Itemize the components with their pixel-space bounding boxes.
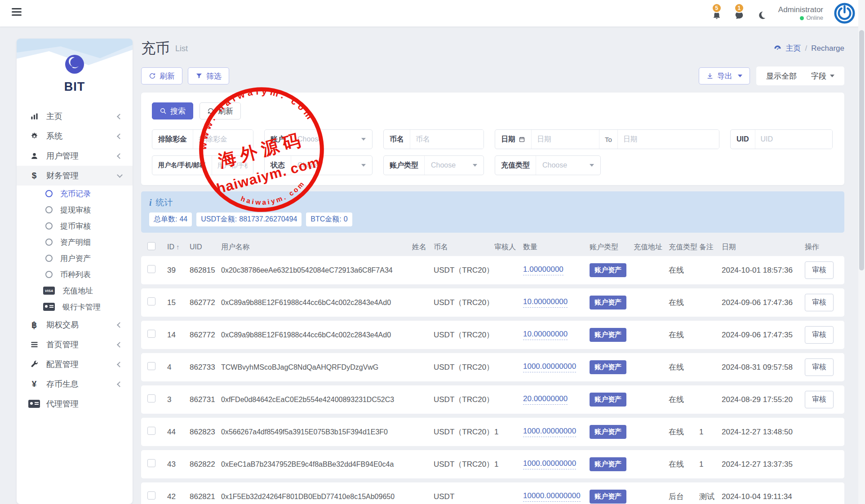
recharge-type-select[interactable]: Choose [536,156,600,175]
row-checkbox[interactable] [147,459,155,467]
cell-recharge-type: 在线 [669,427,699,437]
cell-coin: USDT（TRC20） [434,330,494,340]
row-checkbox[interactable] [147,427,155,435]
table-row: 3 862731 0xfFDe0d84642cEaC0E2b554e424008… [141,385,844,414]
cell-id: 39 [167,266,190,275]
show-all-button[interactable]: 显示全部 [759,71,804,81]
vertical-scrollbar[interactable] [858,0,865,504]
row-checkbox[interactable] [147,394,155,402]
sidebar-item-deposit-interest[interactable]: ¥ 存币生息 [17,374,133,394]
search-reset-button[interactable]: 刷新 [200,102,241,119]
header-amount: 数量 [523,243,590,252]
date-to-input[interactable] [618,130,719,149]
uid-label: UID [731,130,755,149]
sidebar-subitem-withdraw-audit[interactable]: 提现审核 [17,202,133,218]
user-icon [29,152,39,160]
row-checkbox[interactable] [147,265,155,273]
filter-label: 筛选 [206,71,222,81]
dollar-icon: $ [29,171,39,181]
export-button[interactable]: 导出 [699,67,750,84]
statistics-bar: i统计 总单数:44 USDT金额:881737.26270494 BTC金额:… [141,191,844,233]
header-id[interactable]: ID↑ [167,243,190,251]
chevron-left-icon [117,381,123,387]
sidebar-item-finance[interactable]: $ 财务管理 [17,166,133,186]
header-date: 日期 [722,243,805,252]
caret-down-icon [738,75,742,77]
amount-link[interactable]: 1.00000000 [523,265,563,275]
circle-icon [45,271,53,278]
select-all-checkbox[interactable] [147,242,155,250]
subitem-label: 币种列表 [60,270,91,280]
header-username[interactable]: 用户名称 [221,243,412,252]
id-card-icon [43,303,55,311]
uid-input[interactable] [755,130,832,149]
user-info: Administrator Online [778,5,823,22]
account-select[interactable]: Choose [291,130,372,149]
audit-button[interactable]: 审核 [805,358,834,376]
avatar[interactable] [834,3,855,24]
amount-link[interactable]: 1000.00000000 [523,459,576,469]
refresh-button[interactable]: 刷新 [141,67,182,84]
sidebar-subitem-asset-details[interactable]: 资产明细 [17,234,133,250]
fields-button[interactable]: 字段 [804,71,842,81]
main-content: 充币 List 主页 / Recharge 刷新 筛选 导出 显示全部 字段 [141,39,844,504]
search-submit-button[interactable]: 搜索 [152,102,193,119]
sidebar-subitem-coin-list[interactable]: 币种列表 [17,266,133,283]
sidebar-subitem-recharge-records[interactable]: 充币记录 [17,186,133,202]
sidebar-item-config-management[interactable]: 配置管理 [17,354,133,374]
sidebar-item-user-management[interactable]: 用户管理 [17,146,133,166]
audit-button[interactable]: 审核 [805,326,834,344]
amount-link[interactable]: 1000.00000000 [523,427,576,437]
sidebar-item-options-trading[interactable]: ฿ 期权交易 [17,315,133,335]
amount-link[interactable]: 10.00000000 [523,297,568,308]
audit-button[interactable]: 审核 [805,261,834,279]
circle-icon [45,239,53,246]
id-card-icon [29,400,39,408]
sidebar-subitem-recharge-address[interactable]: 充值地址 [17,283,133,299]
coin-input[interactable] [410,130,484,149]
sidebar-item-homepage-management[interactable]: 首页管理 [17,335,133,354]
scrollbar-thumb[interactable] [859,30,864,270]
row-checkbox[interactable] [147,362,155,370]
row-checkbox[interactable] [147,330,155,338]
status-select[interactable]: Choose [291,156,372,175]
sidebar-item-agent-management[interactable]: 代理管理 [17,394,133,414]
cell-uid: 862815 [190,266,221,275]
coin-label: 币名 [384,130,410,149]
exclude-bonus-input[interactable] [193,130,253,149]
messages-icon[interactable]: 1 [733,7,745,20]
header-uid[interactable]: UID [190,243,221,251]
audit-button[interactable]: 审核 [805,391,834,408]
caret-down-icon [590,164,594,167]
amount-link[interactable]: 10000.00000000 [523,491,581,502]
cell-auditor: 1 [494,460,523,469]
exclude-bonus-label: 排除彩金 [152,130,193,149]
amount-link[interactable]: 20.00000000 [523,394,568,405]
sidebar-toggle-icon[interactable] [12,8,22,18]
show-all-label: 显示全部 [766,71,797,81]
cell-date: 2024-09-06 17:47:36 [722,298,805,307]
sidebar-subitem-bank-card-management[interactable]: 银行卡管理 [17,299,133,315]
breadcrumb-home-link[interactable]: 主页 [786,43,801,53]
notifications-bell-icon[interactable]: 5 [711,7,723,20]
dark-mode-toggle[interactable] [756,7,767,20]
sidebar-item-home[interactable]: 主页 [17,106,133,126]
amount-link[interactable]: 10.00000000 [523,330,568,340]
chevron-left-icon [117,362,123,367]
user-input[interactable] [212,156,253,175]
sidebar-subitem-coin-withdraw-audit[interactable]: 提币审核 [17,218,133,234]
table-row: 43 862822 0xEeC1aB7b2347952BE9c4f8aBBe32… [141,450,844,478]
account-type-select[interactable]: Choose [425,156,484,175]
sidebar-subitem-user-assets[interactable]: 用户资产 [17,250,133,266]
date-from-input[interactable] [532,130,599,149]
filter-button[interactable]: 筛选 [188,67,229,84]
header-recharge-address: 充值地址 [634,243,669,252]
date-label: 日期 [495,130,532,149]
amount-link[interactable]: 1000.00000000 [523,362,576,372]
audit-button[interactable]: 审核 [805,294,834,311]
cell-date: 2024-08-29 17:55:20 [722,395,805,404]
row-checkbox[interactable] [147,491,155,500]
sidebar-item-system[interactable]: 系统 [17,126,133,146]
account-type-badge: 账户资产 [590,328,626,342]
row-checkbox[interactable] [147,297,155,305]
